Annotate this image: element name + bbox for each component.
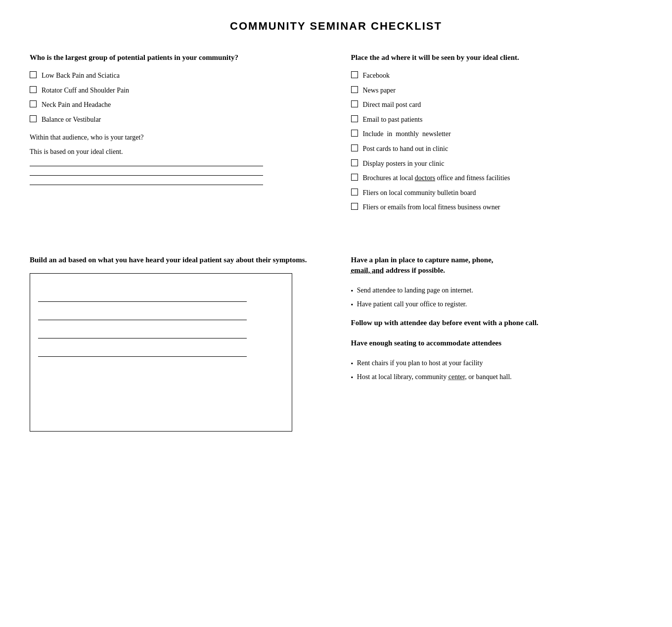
- checkbox-balance[interactable]: [30, 115, 37, 122]
- checkbox-rotator[interactable]: [30, 86, 37, 93]
- write-line-3: [30, 185, 263, 185]
- right-bottom-heading-3: Have enough seating to accommodate atten…: [351, 338, 643, 348]
- list-item: Send attendee to landing page on interne…: [351, 286, 643, 295]
- checkbox-label: Fliers on local community bulletin board: [363, 188, 476, 198]
- checkbox-label: Brochures at local doctors office and fi…: [363, 173, 510, 183]
- ad-box: [30, 273, 292, 432]
- checkbox-fliers-community[interactable]: [351, 189, 358, 195]
- list-item[interactable]: Neck Pain and Headache: [30, 100, 321, 110]
- checkbox-brochures[interactable]: [351, 174, 358, 181]
- checkbox-email[interactable]: [351, 115, 358, 122]
- list-item[interactable]: News paper: [351, 86, 643, 96]
- list-item[interactable]: Post cards to hand out in clinic: [351, 144, 643, 154]
- checkbox-newspaper[interactable]: [351, 86, 358, 93]
- list-item[interactable]: Brochures at local doctors office and fi…: [351, 173, 643, 183]
- checkbox-label: News paper: [363, 86, 396, 96]
- bullet-label: Send attendee to landing page on interne…: [357, 286, 473, 295]
- sub-text-1: Within that audience, who is your target…: [30, 132, 321, 143]
- checkbox-facebook[interactable]: [351, 71, 358, 78]
- bullet-label: Rent chairs if you plan to host at your …: [357, 358, 483, 368]
- checkbox-label: Low Back Pain and Sciatica: [42, 71, 120, 81]
- checkbox-label: Email to past patients: [363, 115, 423, 125]
- bullet-label: Host at local library, community center,…: [357, 372, 512, 382]
- right-bottom-heading-2: Follow up with attendee day before event…: [351, 318, 643, 328]
- seating-list: Rent chairs if you plan to host at your …: [351, 358, 643, 382]
- list-item[interactable]: Balance or Vestibular: [30, 115, 321, 125]
- left-bottom-heading: Build an ad based on what you have heard…: [30, 255, 321, 265]
- list-item[interactable]: Fliers on local community bulletin board: [351, 188, 643, 198]
- ad-line-1: [38, 301, 247, 302]
- ad-line-2: [38, 320, 247, 320]
- write-line-2: [30, 175, 263, 176]
- checkbox-label: Direct mail post card: [363, 100, 421, 110]
- ad-line-3: [38, 338, 247, 338]
- checkbox-label: Display posters in your clinic: [363, 159, 445, 169]
- checkbox-posters[interactable]: [351, 159, 358, 166]
- list-item[interactable]: Include in monthly newsletter: [351, 129, 643, 139]
- capture-plan-list: Send attendee to landing page on interne…: [351, 286, 643, 309]
- checkbox-label: Post cards to hand out in clinic: [363, 144, 448, 154]
- checkbox-direct-mail[interactable]: [351, 100, 358, 107]
- bullet-label: Have patient call your office to registe…: [357, 299, 467, 309]
- checkbox-label: Include in monthly newsletter: [363, 129, 451, 139]
- checkbox-label: Fliers or emails from local fitness busi…: [363, 202, 500, 212]
- left-top-heading: Who is the largest group of potential pa…: [30, 52, 321, 63]
- list-item[interactable]: Display posters in your clinic: [351, 159, 643, 169]
- right-top-checkbox-list: Facebook News paper Direct mail post car…: [351, 71, 643, 212]
- write-line-1: [30, 166, 263, 166]
- page-title: COMMUNITY SEMINAR CHECKLIST: [30, 20, 642, 33]
- list-item[interactable]: Low Back Pain and Sciatica: [30, 71, 321, 81]
- checkbox-neck[interactable]: [30, 100, 37, 107]
- checkbox-postcards[interactable]: [351, 145, 358, 151]
- list-item: Rent chairs if you plan to host at your …: [351, 358, 643, 368]
- list-item[interactable]: Direct mail post card: [351, 100, 643, 110]
- right-top-heading: Place the ad where it will be seen by yo…: [351, 52, 643, 63]
- checkbox-low-back[interactable]: [30, 71, 37, 78]
- checkbox-label: Facebook: [363, 71, 390, 81]
- list-item[interactable]: Rotator Cuff and Shoulder Pain: [30, 86, 321, 96]
- checkbox-fliers-fitness[interactable]: [351, 203, 358, 210]
- ad-line-4: [38, 356, 247, 357]
- right-bottom-heading-1: Have a plan in place to capture name, ph…: [351, 255, 643, 276]
- list-item[interactable]: Email to past patients: [351, 115, 643, 125]
- checkbox-include[interactable]: [351, 130, 358, 137]
- checkbox-label: Balance or Vestibular: [42, 115, 101, 125]
- sub-text-2: This is based on your ideal client.: [30, 146, 321, 157]
- list-item[interactable]: Facebook: [351, 71, 643, 81]
- list-item: Have patient call your office to registe…: [351, 299, 643, 309]
- checkbox-label: Neck Pain and Headache: [42, 100, 111, 110]
- checkbox-label: Rotator Cuff and Shoulder Pain: [42, 86, 129, 96]
- list-item: Host at local library, community center,…: [351, 372, 643, 382]
- list-item[interactable]: Fliers or emails from local fitness busi…: [351, 202, 643, 212]
- left-top-checkbox-list: Low Back Pain and Sciatica Rotator Cuff …: [30, 71, 321, 124]
